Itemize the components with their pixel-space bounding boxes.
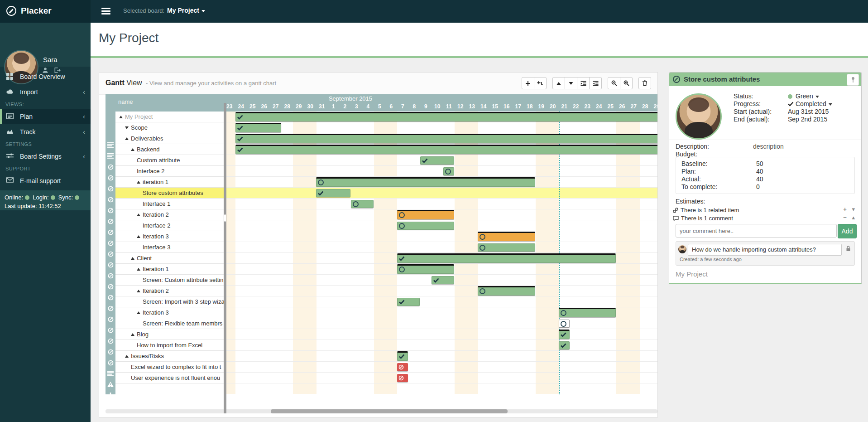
gantt-row[interactable] bbox=[224, 329, 657, 340]
task-row[interactable]: Interface 1 bbox=[115, 199, 224, 209]
list-icon[interactable] bbox=[106, 150, 115, 161]
expand-arrow-icon[interactable] bbox=[131, 148, 134, 151]
task-row[interactable]: Interface 2 bbox=[115, 166, 224, 177]
expand-arrow-icon[interactable] bbox=[125, 126, 129, 129]
pin-icon[interactable] bbox=[847, 74, 859, 86]
expand-arrow-icon[interactable] bbox=[137, 311, 140, 314]
gantt-bar[interactable] bbox=[559, 320, 570, 328]
add-child-icon[interactable] bbox=[534, 77, 547, 89]
sidebar-item-board-settings[interactable]: Board Settings ‹ bbox=[0, 149, 91, 164]
task-row[interactable]: Interface 3 bbox=[115, 242, 224, 253]
sidebar-item-track[interactable]: Track ‹ bbox=[0, 124, 91, 140]
gantt-bar[interactable] bbox=[478, 243, 535, 252]
gantt-row[interactable] bbox=[224, 373, 657, 383]
expand-arrow-icon[interactable] bbox=[119, 116, 123, 118]
zoom-in-icon[interactable] bbox=[620, 77, 633, 89]
task-row[interactable]: Backend bbox=[115, 144, 224, 155]
gantt-row[interactable] bbox=[224, 166, 657, 177]
task-row[interactable]: Iteration 1 bbox=[115, 264, 224, 275]
board-selector[interactable]: Selected board:My Project bbox=[123, 7, 205, 14]
gantt-bar[interactable] bbox=[397, 253, 616, 263]
gantt-row[interactable] bbox=[224, 122, 657, 133]
expand-arrow-icon[interactable] bbox=[131, 257, 134, 260]
task-row[interactable]: My Project bbox=[115, 112, 224, 122]
gantt-bar[interactable] bbox=[397, 298, 420, 306]
expand-arrow-icon[interactable] bbox=[137, 235, 140, 238]
trash-icon[interactable] bbox=[638, 77, 651, 89]
gantt-bar[interactable] bbox=[397, 210, 455, 219]
indent-icon[interactable] bbox=[589, 77, 602, 89]
comments-link[interactable]: There is 1 comment bbox=[673, 215, 733, 222]
card-icon[interactable] bbox=[106, 335, 115, 346]
task-row[interactable]: Scope bbox=[115, 122, 224, 133]
gantt-bar[interactable] bbox=[478, 232, 535, 241]
related-add-controls[interactable]: + ▾ bbox=[843, 206, 857, 213]
list-icon[interactable] bbox=[106, 368, 115, 379]
lock-icon[interactable] bbox=[846, 246, 851, 252]
expand-arrow-icon[interactable] bbox=[137, 290, 140, 292]
card-icon[interactable] bbox=[106, 194, 115, 205]
column-splitter[interactable] bbox=[224, 103, 226, 413]
card-icon[interactable] bbox=[106, 303, 115, 314]
exclamation-icon[interactable] bbox=[106, 390, 115, 401]
warning-icon[interactable] bbox=[106, 379, 115, 390]
gantt-row[interactable] bbox=[224, 188, 657, 199]
task-row[interactable]: How to import from Excel bbox=[115, 340, 224, 351]
status-dropdown[interactable]: Green bbox=[788, 92, 865, 100]
gantt-bar[interactable] bbox=[397, 351, 408, 361]
card-icon[interactable] bbox=[106, 314, 115, 325]
assignee-avatar[interactable] bbox=[676, 93, 722, 140]
task-row[interactable]: Store custom attributes bbox=[115, 188, 224, 199]
description-value[interactable]: description bbox=[753, 143, 784, 150]
gantt-bar[interactable] bbox=[235, 123, 281, 132]
card-icon[interactable] bbox=[106, 216, 115, 227]
gantt-bar[interactable] bbox=[397, 363, 408, 371]
card-icon[interactable] bbox=[106, 292, 115, 303]
gantt-bar[interactable] bbox=[397, 374, 408, 382]
gantt-bar[interactable] bbox=[559, 308, 616, 317]
gantt-row[interactable] bbox=[224, 199, 657, 209]
start-date-value[interactable]: Aug 31st 2015 bbox=[788, 108, 865, 115]
card-icon[interactable] bbox=[106, 205, 115, 216]
progress-dropdown[interactable]: Completed bbox=[788, 100, 865, 107]
zoom-out-icon[interactable] bbox=[608, 77, 620, 89]
gantt-bar[interactable] bbox=[316, 177, 535, 187]
gantt-bar[interactable] bbox=[235, 145, 658, 154]
sidebar-item-plan[interactable]: Plan ‹ bbox=[0, 109, 91, 124]
gantt-bar[interactable] bbox=[432, 276, 454, 284]
gantt-bar[interactable] bbox=[443, 167, 455, 175]
task-row[interactable]: Screen: Flexible team membrs bbox=[115, 318, 224, 329]
task-row[interactable]: Iteration 2 bbox=[115, 209, 224, 220]
task-row[interactable]: Iteration 3 bbox=[115, 307, 224, 318]
card-icon[interactable] bbox=[106, 238, 115, 248]
list-icon[interactable] bbox=[106, 140, 115, 150]
gantt-row[interactable] bbox=[224, 351, 657, 362]
logo-band[interactable]: Placker bbox=[0, 0, 91, 23]
gantt-row[interactable] bbox=[224, 296, 657, 307]
gantt-row[interactable] bbox=[224, 340, 657, 351]
gantt-bar[interactable] bbox=[351, 200, 374, 208]
add-comment-button[interactable]: Add bbox=[838, 224, 857, 238]
card-icon[interactable] bbox=[106, 161, 115, 172]
gantt-bar[interactable] bbox=[559, 341, 570, 349]
card-icon[interactable] bbox=[106, 248, 115, 259]
task-row[interactable]: User experience is not fluent enou bbox=[115, 373, 224, 383]
gantt-bar[interactable] bbox=[559, 330, 570, 339]
card-icon[interactable] bbox=[106, 259, 115, 270]
sidebar-item-email-support[interactable]: E-mail support bbox=[0, 173, 91, 189]
end-date-value[interactable]: Sep 2nd 2015 bbox=[788, 116, 865, 123]
move-up-icon[interactable] bbox=[552, 77, 565, 89]
gantt-row[interactable] bbox=[224, 362, 657, 373]
move-down-icon[interactable] bbox=[565, 77, 577, 89]
horizontal-scrollbar[interactable] bbox=[106, 409, 657, 413]
card-icon[interactable] bbox=[106, 227, 115, 238]
gantt-bar[interactable] bbox=[235, 112, 658, 121]
task-row[interactable]: Interface 2 bbox=[115, 220, 224, 231]
task-row[interactable]: Screen: Import with 3 step wiza bbox=[115, 296, 224, 307]
gantt-bar[interactable] bbox=[478, 286, 535, 296]
task-row[interactable]: Screen: Custom attribute settin bbox=[115, 275, 224, 286]
task-row[interactable]: Iteration 2 bbox=[115, 286, 224, 296]
gantt-bar[interactable] bbox=[235, 134, 658, 143]
gantt-row[interactable] bbox=[224, 286, 657, 296]
expand-arrow-icon[interactable] bbox=[125, 137, 129, 140]
